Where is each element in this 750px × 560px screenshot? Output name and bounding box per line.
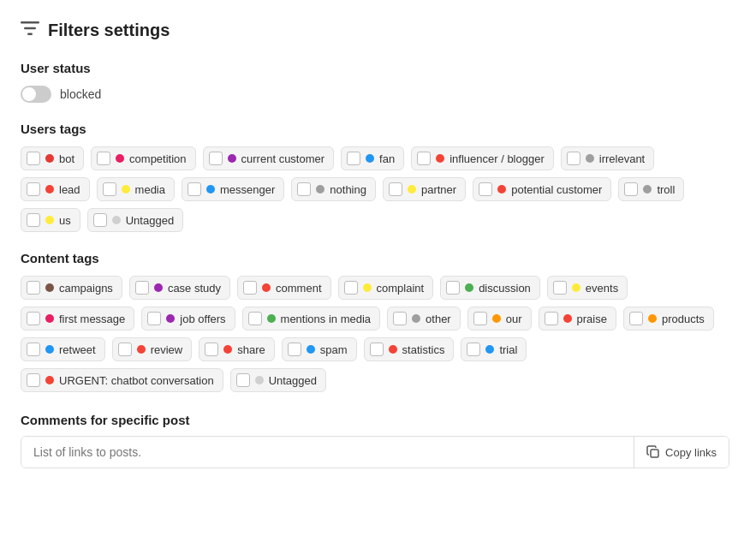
tag-label: troll (657, 183, 675, 196)
tag-checkbox (27, 182, 40, 196)
tag-chip[interactable]: partner (383, 177, 466, 201)
tag-chip[interactable]: review (112, 337, 193, 361)
tag-chip[interactable]: first message (21, 307, 134, 331)
svg-rect-0 (21, 21, 39, 24)
tag-chip[interactable]: messenger (182, 177, 284, 201)
blocked-label: blocked (60, 87, 101, 101)
tag-chip[interactable]: nothing (291, 177, 376, 201)
tag-chip[interactable]: our (467, 307, 532, 331)
tag-dot (485, 345, 494, 354)
tag-chip[interactable]: potential customer (473, 177, 611, 201)
tag-chip[interactable]: job offers (141, 307, 235, 331)
tag-chip[interactable]: lead (21, 177, 90, 201)
tag-checkbox (389, 182, 402, 196)
page-title: Filters settings (21, 21, 729, 40)
tag-checkbox (545, 312, 558, 325)
tag-label: events (586, 282, 618, 295)
tag-label: nothing (330, 183, 366, 196)
tag-dot (45, 283, 54, 292)
tag-chip[interactable]: complaint (338, 276, 434, 300)
tag-chip[interactable]: irrelevant (561, 146, 654, 170)
tag-dot (206, 185, 215, 194)
tag-checkbox (248, 312, 262, 325)
tag-chip[interactable]: us (21, 208, 80, 232)
tag-chip[interactable]: troll (618, 177, 684, 201)
tag-chip[interactable]: praise (539, 307, 616, 331)
tag-label: potential customer (511, 183, 602, 196)
tag-checkbox (103, 182, 116, 196)
tag-label: Untagged (126, 214, 174, 227)
tag-dot (116, 154, 124, 163)
tag-dot (45, 376, 54, 384)
tag-checkbox (27, 152, 40, 165)
blocked-toggle[interactable] (21, 86, 51, 103)
tag-chip[interactable]: statistics (364, 337, 455, 361)
tag-chip[interactable]: discussion (440, 276, 540, 300)
tag-dot (408, 185, 416, 194)
content-tags-grid: campaignscase studycommentcomplaintdiscu… (21, 276, 729, 392)
tag-dot (586, 154, 594, 163)
svg-rect-2 (27, 33, 33, 36)
tag-dot (45, 345, 54, 354)
tag-checkbox (446, 281, 460, 295)
tag-chip[interactable]: Untagged (230, 368, 326, 392)
tag-label: retweet (59, 343, 96, 356)
tag-dot (497, 185, 506, 194)
content-tags-section: Content tags campaignscase studycommentc… (21, 251, 729, 392)
tag-dot (166, 314, 175, 323)
tag-checkbox (417, 152, 431, 165)
tag-checkbox (27, 373, 40, 387)
tag-chip[interactable]: retweet (21, 337, 105, 361)
tag-label: fan (379, 152, 395, 165)
tag-chip[interactable]: URGENT: chatbot conversation (21, 368, 223, 392)
comments-label: Comments for specific post (21, 413, 729, 427)
tag-label: media (135, 183, 165, 196)
tag-dot (45, 314, 54, 323)
tag-chip[interactable]: competition (91, 146, 195, 170)
tag-checkbox (118, 343, 132, 356)
links-input[interactable] (21, 437, 634, 468)
tag-checkbox (205, 343, 218, 356)
tag-checkbox (209, 152, 223, 165)
tag-chip[interactable]: trial (461, 337, 527, 361)
tag-label: comment (276, 282, 321, 295)
user-status-section: User status blocked (21, 61, 729, 103)
tag-chip[interactable]: influencer / blogger (411, 146, 554, 170)
tag-chip[interactable]: bot (21, 146, 84, 170)
tag-chip[interactable]: other (387, 307, 461, 331)
tag-chip[interactable]: Untagged (87, 208, 183, 232)
tag-chip[interactable]: media (97, 177, 175, 201)
tag-checkbox (347, 152, 360, 165)
tag-chip[interactable]: spam (282, 337, 357, 361)
tag-dot (316, 185, 324, 194)
tag-checkbox (393, 312, 407, 325)
tag-chip[interactable]: products (623, 307, 714, 331)
tag-chip[interactable]: case study (129, 276, 230, 300)
tag-label: competition (129, 152, 186, 165)
tag-checkbox (553, 281, 567, 295)
tag-chip[interactable]: events (547, 276, 628, 300)
content-tags-label: Content tags (21, 251, 729, 265)
tag-chip[interactable]: mentions in media (242, 307, 381, 331)
tag-dot (228, 154, 236, 163)
tag-label: irrelevant (599, 152, 645, 165)
users-tags-label: Users tags (21, 122, 729, 136)
copy-links-button[interactable]: Copy links (634, 437, 729, 468)
tag-chip[interactable]: current customer (203, 146, 335, 170)
tag-label: current customer (241, 152, 325, 165)
tag-dot (262, 283, 271, 292)
tag-dot (412, 314, 420, 323)
tag-chip[interactable]: fan (341, 146, 404, 170)
tag-dot (363, 283, 372, 292)
tag-label: review (151, 343, 183, 356)
tag-checkbox (629, 312, 643, 325)
tag-label: mentions in media (281, 313, 372, 325)
tag-checkbox (370, 343, 384, 356)
tag-checkbox (473, 312, 487, 325)
tag-label: products (662, 313, 705, 325)
tag-label: lead (59, 183, 80, 196)
tag-chip[interactable]: share (199, 337, 275, 361)
tag-chip[interactable]: comment (237, 276, 330, 300)
tag-chip[interactable]: campaigns (21, 276, 122, 300)
blocked-toggle-row: blocked (21, 86, 729, 103)
